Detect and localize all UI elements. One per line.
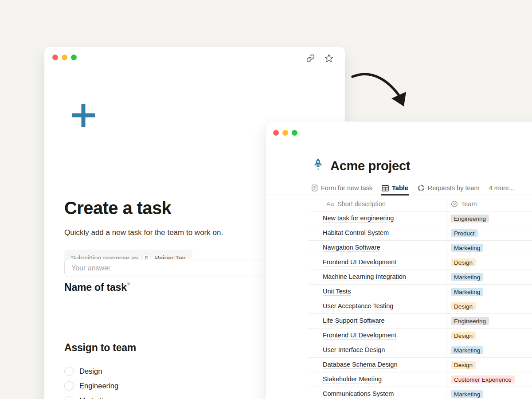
task-description: New task for engineering [323,215,394,223]
team-tag: Marketing [451,390,483,398]
view-tabs: Form for new task Table Requests by team… [266,181,532,195]
table-header-row: Aa Short description Team [309,196,532,211]
team-cell[interactable]: Design [446,329,532,343]
description-cell[interactable]: New task for engineering [309,215,446,223]
description-cell[interactable]: Frontend UI Development [309,258,446,266]
description-cell[interactable]: Habitat Control System [309,229,446,237]
description-cell[interactable]: User Acceptance Testing [309,302,446,310]
task-description: Navigation Software [323,244,380,252]
team-radio-group: Design Engineering Marketing People Prod… [64,367,150,399]
table-row[interactable]: Machine Learning Integration Marketing [309,270,532,285]
required-asterisk: * [127,281,130,290]
column-header-team[interactable]: Team [446,196,532,211]
zoom-window-button[interactable] [292,130,297,136]
task-description: Life Support Software [323,317,384,325]
table-row[interactable]: Unit Tests Marketing [309,285,532,299]
team-option-engineering[interactable]: Engineering [64,381,150,391]
description-cell[interactable]: Database Schema Design [309,361,446,369]
project-title: Acme project [330,159,410,173]
table-row[interactable]: Life Support Software Engineering [309,314,532,329]
link-icon[interactable] [306,54,315,63]
table-row[interactable]: Frontend UI Development Design [309,329,532,343]
task-description: Unit Tests [323,288,351,296]
team-cell[interactable]: Design [446,255,532,270]
minimize-window-button[interactable] [62,55,67,60]
description-cell[interactable]: User Interface Design [309,346,446,354]
plus-icon [70,102,96,130]
team-tag: Design [451,258,476,266]
team-tag: Engineering [451,215,489,223]
description-cell[interactable]: Navigation Software [309,244,446,252]
radio-icon[interactable] [64,367,74,376]
text-property-icon: Aa [326,200,334,207]
team-cell[interactable]: Design [446,299,532,313]
team-cell[interactable]: Customer Experience [446,372,532,387]
zoom-window-button[interactable] [71,55,77,60]
close-window-button[interactable] [273,130,279,136]
document-icon [311,184,318,192]
team-cell[interactable]: Engineering [446,211,532,226]
team-tag: Engineering [451,317,489,325]
team-tag: Marketing [451,346,483,354]
form-subtitle: Quickly add a new task for the team to w… [64,228,223,237]
table-body: New task for engineering Engineering Hab… [309,211,532,399]
star-icon[interactable] [325,54,333,63]
radio-icon[interactable] [64,396,74,399]
team-tag: Marketing [451,273,483,281]
description-cell[interactable]: Stakeholder Meeting [309,376,446,383]
team-option-marketing[interactable]: Marketing [64,396,150,399]
team-cell[interactable]: Marketing [446,270,532,284]
team-cell[interactable]: Marketing [446,285,532,299]
task-description: Habitat Control System [323,229,389,237]
task-description: Database Schema Design [323,361,397,369]
description-cell[interactable]: Life Support Software [309,317,446,325]
name-of-task-label: Name of task* [64,281,130,293]
task-description: Frontend UI Development [323,332,396,340]
table-row[interactable]: Habitat Control System Product [309,226,532,241]
team-cell[interactable]: Design [446,358,532,372]
minimize-window-button[interactable] [282,130,288,136]
radio-icon[interactable] [64,381,74,391]
team-cell[interactable]: Engineering [446,314,532,328]
team-tag: Design [451,361,476,369]
description-cell[interactable]: Unit Tests [309,288,446,296]
table-row[interactable]: Stakeholder Meeting Customer Experience [309,372,532,387]
team-tag: Product [451,229,478,237]
radio-label: Engineering [79,382,118,390]
table-row[interactable]: Navigation Software Marketing [309,241,532,255]
project-window: Acme project Form for new task Table Req… [266,121,532,399]
window-controls [273,130,297,136]
name-of-task-text: Name of task [64,282,127,293]
tab-form-for-new-task[interactable]: Form for new task [311,181,372,195]
table-row[interactable]: Database Schema Design Design [309,358,532,372]
form-title: Create a task [64,198,171,218]
window-controls [52,55,77,60]
team-cell[interactable]: Marketing [446,343,532,357]
curved-arrow [347,69,414,117]
column-label: Team [461,200,477,207]
table-icon [382,185,389,192]
tab-label: 4 more... [489,184,514,192]
description-cell[interactable]: Machine Learning Integration [309,273,446,281]
team-option-design[interactable]: Design [64,367,150,376]
table-row[interactable]: Communications System Marketing [309,387,532,399]
task-description: Frontend UI Development [323,258,396,266]
tab-requests-by-team[interactable]: Requests by team [418,181,480,195]
tab-label: Requests by team [428,184,480,192]
table-row[interactable]: User Interface Design Marketing [309,343,532,358]
team-cell[interactable]: Marketing [446,241,532,255]
close-window-button[interactable] [52,55,58,60]
radio-label: Marketing [79,396,111,399]
table-row[interactable]: Frontend UI Development Design [309,255,532,270]
tab-more-views[interactable]: 4 more... [489,181,514,195]
team-cell[interactable]: Product [446,226,532,240]
column-header-short-description[interactable]: Aa Short description [309,200,446,207]
tab-table[interactable]: Table [382,181,408,195]
description-cell[interactable]: Communications System [309,390,446,398]
table-row[interactable]: User Acceptance Testing Design [309,299,532,314]
table-row[interactable]: New task for engineering Engineering [309,211,532,226]
description-cell[interactable]: Frontend UI Development [309,332,446,340]
window-actions [306,54,333,63]
donut-chart-icon [418,184,425,192]
team-cell[interactable]: Marketing [446,387,532,399]
